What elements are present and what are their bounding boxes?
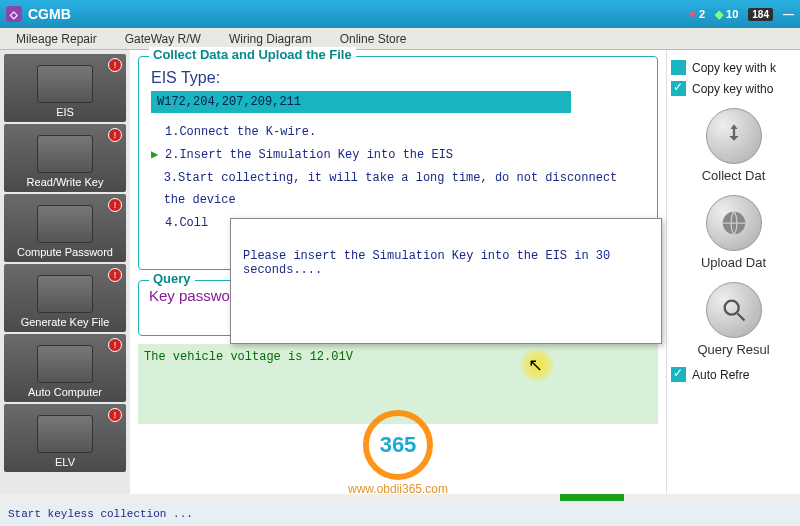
step-4: 4.Coll [165,212,208,235]
sidebar-item-label: Generate Key File [21,316,110,328]
notification-badge-icon: ! [108,268,122,282]
minimize-icon[interactable]: — [783,8,794,20]
dialog-message: Please insert the Simulation Key into th… [243,249,610,277]
sidebar-item-label: Auto Computer [28,386,102,398]
insert-key-dialog: Please insert the Simulation Key into th… [230,218,662,344]
option-label: Auto Refre [692,368,749,382]
svg-line-2 [737,314,744,321]
sidebar-item-eis[interactable]: ! EIS [4,54,126,122]
sidebar-item-read-write-key[interactable]: ! Read/Write Key [4,124,126,192]
checkbox-checked-icon[interactable] [671,367,686,382]
step-1: 1.Connect the K-wire. [165,121,316,144]
active-step-arrow-icon: ▶ [151,144,165,167]
notification-badge-icon: ! [108,58,122,72]
app-icon: ◇ [6,6,22,22]
sidebar-item-label: Compute Password [17,246,113,258]
checkbox-checked-icon[interactable] [671,81,686,96]
elv-icon [37,415,93,453]
collect-data-button[interactable]: Collect Dat [671,108,796,183]
menu-bar: Mileage Repair GateWay R/W Wiring Diagra… [0,28,800,50]
wifi-indicator: ◆ 10 [715,8,738,21]
option-label: Copy key witho [692,82,773,96]
sidebar-item-auto-computer[interactable]: ! Auto Computer [4,334,126,402]
sidebar-item-label: ELV [55,456,75,468]
upload-data-button[interactable]: Upload Dat [671,195,796,270]
sidebar-item-elv[interactable]: ! ELV [4,404,126,472]
copy-key-without-option[interactable]: Copy key witho [671,81,796,96]
notification-badge-icon: ! [108,338,122,352]
cursor-arrow-icon: ↖ [528,354,543,376]
ecu-icon [37,345,93,383]
eis-type-value: W172,204,207,209,211 [151,91,571,113]
title-bar: ◇ CGMB ♥ 2 ◆ 10 184 — [0,0,800,28]
sidebar-item-compute-password[interactable]: ! Compute Password [4,194,126,262]
button-label: Upload Dat [701,255,766,270]
menu-mileage-repair[interactable]: Mileage Repair [16,32,97,46]
collect-legend: Collect Data and Upload the File [149,47,356,62]
sidebar-item-label: EIS [56,106,74,118]
query-result-button[interactable]: Query Resul [671,282,796,357]
sidebar-item-generate-key-file[interactable]: ! Generate Key File [4,264,126,332]
step-3: 3.Start collecting, it will take a long … [164,167,645,213]
watermark: 365 www.obdii365.com [348,410,448,496]
auto-refresh-option[interactable]: Auto Refre [671,367,796,382]
notification-badge-icon: ! [108,128,122,142]
points-indicator: 184 [748,8,773,21]
eis-icon [37,65,93,103]
button-label: Query Resul [697,342,769,357]
menu-wiring-diagram[interactable]: Wiring Diagram [229,32,312,46]
key-icon [37,135,93,173]
keyfile-icon [37,275,93,313]
option-label: Copy key with k [692,61,776,75]
svg-point-1 [724,301,738,315]
globe-icon [706,195,762,251]
progress-track [0,494,800,501]
query-legend: Query [149,271,195,286]
hearts-indicator: ♥ 2 [689,8,705,20]
menu-gateway-rw[interactable]: GateWay R/W [125,32,201,46]
watermark-logo-icon: 365 [363,410,433,480]
notification-badge-icon: ! [108,198,122,212]
step-2: 2.Insert the Simulation Key into the EIS [165,144,453,167]
usb-icon [706,108,762,164]
button-label: Collect Dat [702,168,766,183]
status-bar: Start keyless collection ... [0,500,800,526]
sidebar: ! EIS ! Read/Write Key ! Compute Passwor… [0,50,130,500]
eis-type-label: EIS Type: [151,69,645,87]
magnifier-icon [706,282,762,338]
copy-key-with-option[interactable]: Copy key with k [671,60,796,75]
notification-badge-icon: ! [108,408,122,422]
progress-fill [560,494,624,501]
checkbox-icon[interactable] [671,60,686,75]
right-panel: Copy key with k Copy key witho Collect D… [666,50,800,500]
status-text: Start keyless collection ... [8,508,193,520]
sidebar-item-label: Read/Write Key [27,176,104,188]
menu-online-store[interactable]: Online Store [340,32,407,46]
app-title: CGMB [28,6,71,22]
password-icon [37,205,93,243]
